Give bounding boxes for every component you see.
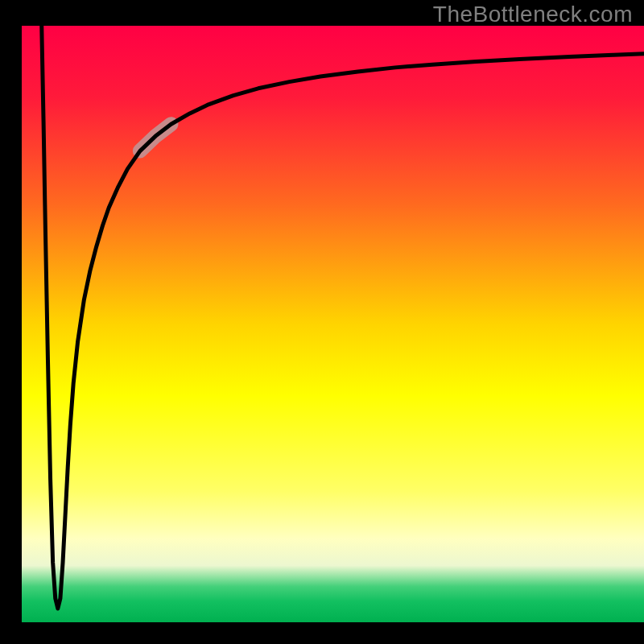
watermark-text: TheBottleneck.com <box>433 2 633 27</box>
plot-area <box>22 26 644 622</box>
bottleneck-chart <box>0 0 644 644</box>
chart-container: TheBottleneck.com <box>0 0 644 644</box>
